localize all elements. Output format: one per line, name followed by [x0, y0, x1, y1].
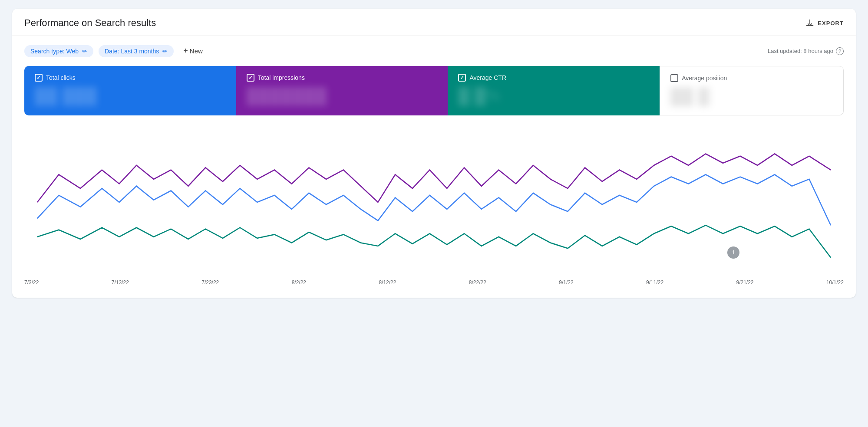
export-icon	[805, 19, 814, 27]
x-label-9: 10/1/22	[826, 279, 844, 286]
chart-svg	[24, 128, 844, 276]
chart-badge: 1	[727, 246, 739, 259]
metric-cards: Total clicks ██ ███ Total impressions ██…	[24, 66, 844, 115]
x-axis-labels: 7/3/22 7/13/22 7/23/22 8/2/22 8/12/22 8/…	[12, 276, 856, 298]
metric-card-position[interactable]: Average position ██ █	[660, 66, 844, 115]
metric-label-impressions: Total impressions	[247, 74, 438, 82]
metric-label-clicks: Total clicks	[35, 74, 226, 82]
search-type-filter[interactable]: Search type: Web ✏	[24, 45, 93, 57]
plus-icon: +	[183, 46, 188, 56]
impressions-checkbox[interactable]	[247, 74, 254, 82]
clicks-label: Total clicks	[46, 74, 76, 81]
ctr-checkbox[interactable]	[458, 74, 466, 82]
date-filter[interactable]: Date: Last 3 months ✏	[99, 45, 174, 57]
filter-bar: Search type: Web ✏ Date: Last 3 months ✏…	[12, 36, 856, 66]
date-label: Date: Last 3 months	[105, 48, 159, 55]
metric-label-position: Average position	[670, 74, 833, 82]
chart-container: 1	[24, 128, 844, 276]
help-icon[interactable]: ?	[836, 47, 844, 55]
x-label-2: 7/23/22	[201, 279, 219, 286]
search-type-label: Search type: Web	[30, 48, 79, 55]
metric-card-impressions[interactable]: Total impressions ███████	[236, 66, 448, 115]
x-label-5: 8/22/22	[469, 279, 486, 286]
x-label-7: 9/11/22	[646, 279, 663, 286]
metric-label-ctr: Average CTR	[458, 74, 649, 82]
card-header: Performance on Search results EXPORT	[12, 9, 856, 36]
date-edit-icon: ✏	[162, 48, 168, 55]
page-title: Performance on Search results	[24, 17, 156, 29]
impressions-value: ███████	[247, 87, 438, 105]
new-button[interactable]: + New	[179, 44, 207, 58]
ctr-line	[37, 225, 831, 257]
x-label-0: 7/3/22	[24, 279, 39, 286]
x-label-8: 9/21/22	[736, 279, 753, 286]
export-label: EXPORT	[818, 20, 844, 26]
clicks-line	[37, 174, 831, 225]
search-type-edit-icon: ✏	[82, 48, 87, 55]
page-container: Performance on Search results EXPORT Sea…	[0, 9, 868, 427]
x-label-3: 8/2/22	[292, 279, 306, 286]
ctr-value: █ █%	[458, 87, 649, 105]
position-checkbox[interactable]	[670, 74, 678, 82]
x-label-6: 9/1/22	[559, 279, 573, 286]
x-label-4: 8/12/22	[379, 279, 396, 286]
export-button[interactable]: EXPORT	[805, 19, 844, 27]
ctr-label: Average CTR	[469, 74, 506, 81]
metric-card-clicks[interactable]: Total clicks ██ ███	[24, 66, 236, 115]
metric-card-ctr[interactable]: Average CTR █ █%	[448, 66, 660, 115]
position-value: ██ █	[670, 87, 833, 105]
impressions-label: Total impressions	[258, 74, 305, 81]
main-card: Performance on Search results EXPORT Sea…	[12, 9, 856, 298]
clicks-checkbox[interactable]	[35, 74, 43, 82]
position-label: Average position	[682, 75, 727, 82]
last-updated: Last updated: 8 hours ago ?	[768, 47, 844, 55]
clicks-value: ██ ███	[35, 87, 226, 105]
new-label: New	[190, 47, 203, 55]
last-updated-text: Last updated: 8 hours ago	[768, 48, 833, 54]
x-label-1: 7/13/22	[112, 279, 129, 286]
